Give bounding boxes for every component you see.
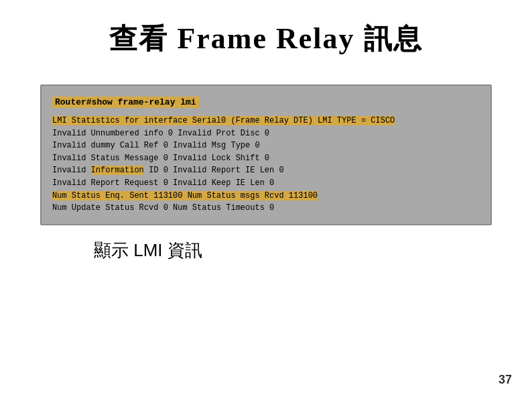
- terminal-line-5: Invalid Information ID 0 Invalid Report …: [52, 164, 480, 177]
- terminal-line-6: Invalid Report Request 0 Invalid Keep IE…: [52, 177, 480, 190]
- terminal-line-7: Num Status Enq. Sent 113100 Num Status m…: [52, 190, 480, 203]
- terminal-line-3: Invalid dummy Call Ref 0 Invalid Msg Typ…: [52, 139, 480, 152]
- terminal-line-1: LMI Statistics for interface Serial0 (Fr…: [52, 115, 480, 127]
- terminal-line-8: Num Update Status Rcvd 0 Num Status Time…: [52, 202, 480, 215]
- title-zh2: 訊息: [364, 23, 423, 54]
- page-number: 37: [498, 373, 512, 387]
- highlight-info: Information: [91, 166, 144, 175]
- title-latin: Frame Relay: [177, 22, 354, 55]
- subtitle: 顯示 LMI 資訊: [27, 239, 532, 262]
- terminal-output: LMI Statistics for interface Serial0 (Fr…: [52, 115, 480, 215]
- title-zh1: 查看: [109, 23, 168, 54]
- page-title: 查看 Frame Relay 訊息: [0, 0, 532, 58]
- terminal-command: Router#show frame-relay lmi: [52, 97, 199, 108]
- terminal-box: Router#show frame-relay lmi LMI Statisti…: [40, 84, 492, 225]
- highlight-2: Num Status Enq. Sent 113100 Num Status m…: [52, 191, 318, 201]
- terminal-line-2: Invalid Unnumbered info 0 Invalid Prot D…: [52, 127, 480, 140]
- highlight-1: LMI Statistics for interface Serial0 (Fr…: [52, 116, 395, 125]
- terminal-line-4: Invalid Status Message 0 Invalid Lock Sh…: [52, 152, 480, 165]
